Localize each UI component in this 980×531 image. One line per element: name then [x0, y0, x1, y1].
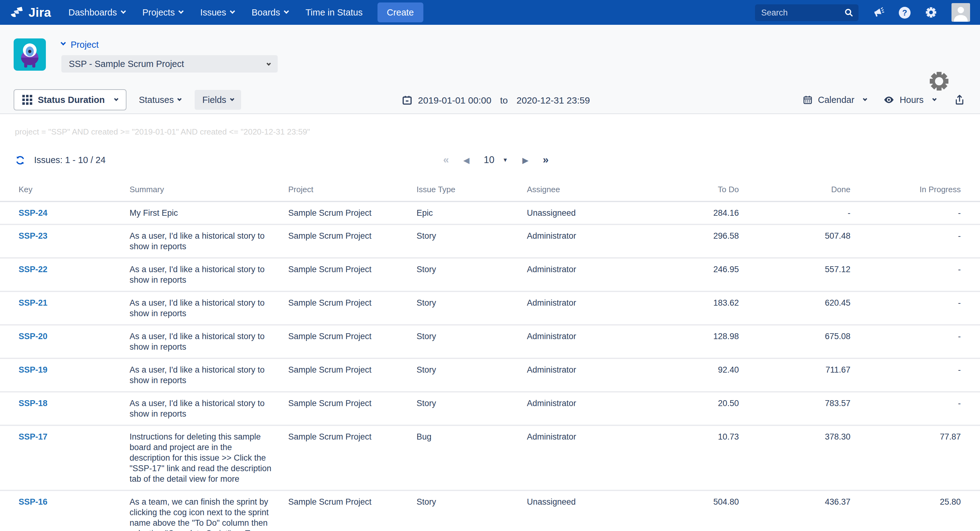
calendar-grid-icon — [803, 95, 813, 105]
nav-item-dashboards[interactable]: Dashboards — [68, 8, 125, 17]
col-header-todo: To Do — [651, 185, 739, 201]
issue-type: Story — [417, 359, 527, 391]
app-root: Jira Dashboards Projects Issues Boards T… — [0, 0, 980, 531]
issue-assignee: Administrator — [527, 426, 651, 490]
issue-assignee: Administrator — [527, 292, 651, 324]
calendar-dropdown[interactable]: Calendar — [803, 95, 867, 105]
issue-key-link[interactable]: SSP-23 — [19, 231, 48, 240]
search-icon[interactable] — [844, 8, 854, 17]
report-type-button[interactable]: Status Duration — [14, 89, 126, 110]
issue-done-value: 557.12 — [739, 259, 850, 291]
issue-key-link[interactable]: SSP-22 — [19, 265, 48, 274]
issue-assignee: Unassigneed — [527, 202, 651, 224]
fields-button[interactable]: Fields — [195, 90, 241, 110]
col-header-done: Done — [739, 185, 850, 201]
issue-done-value: 711.67 — [739, 359, 850, 391]
gadget-header: Project SSP - Sample Scrum Project — [0, 25, 980, 114]
issue-key-link[interactable]: SSP-17 — [19, 432, 48, 441]
issue-project: Sample Scrum Project — [288, 393, 417, 424]
issue-assignee: Administrator — [527, 326, 651, 358]
issue-inprogress-value: - — [850, 393, 961, 424]
issue-key-link[interactable]: SSP-21 — [19, 298, 48, 307]
project-picker-row: Project SSP - Sample Scrum Project — [0, 25, 980, 73]
issue-key-link[interactable]: SSP-19 — [19, 365, 48, 374]
last-page-button[interactable]: » — [542, 154, 549, 166]
issue-done-value: 783.57 — [739, 393, 850, 424]
issue-summary: As a user, I'd like a historical story t… — [130, 259, 288, 291]
issue-todo-value: 92.40 — [651, 359, 739, 391]
col-header-summary: Summary — [130, 185, 288, 201]
issue-inprogress-value: - — [850, 259, 961, 291]
issue-todo-value: 10.73 — [651, 426, 739, 490]
user-avatar[interactable] — [951, 3, 970, 22]
issue-type: Story — [417, 393, 527, 424]
issue-todo-value: 20.50 — [651, 393, 739, 424]
issue-assignee: Unassigneed — [527, 491, 651, 531]
issue-todo-value: 504.80 — [651, 491, 739, 531]
issue-type: Story — [417, 491, 527, 531]
statuses-button[interactable]: Statuses — [131, 90, 189, 110]
issue-type: Bug — [417, 426, 527, 490]
hours-dropdown[interactable]: Hours — [884, 94, 936, 105]
issue-type: Story — [417, 292, 527, 324]
search-box — [755, 4, 859, 21]
issue-done-value: - — [739, 202, 850, 224]
issue-inprogress-value: 25.80 — [850, 491, 961, 531]
project-label: Project — [71, 40, 99, 49]
issue-done-value: 378.30 — [739, 426, 850, 490]
report-toolbar: Status Duration Statuses Fields 2019-01-… — [0, 89, 980, 110]
col-header-assignee: Assignee — [527, 185, 651, 201]
issue-key-link[interactable]: SSP-20 — [19, 332, 48, 341]
create-button[interactable]: Create — [377, 3, 423, 22]
page-size-select[interactable]: 10 ▼ — [484, 154, 508, 165]
nav-item-boards[interactable]: Boards — [252, 8, 288, 17]
refresh-icon[interactable] — [15, 155, 25, 165]
issue-project: Sample Scrum Project — [288, 292, 417, 324]
issue-type: Story — [417, 225, 527, 257]
issue-todo-value: 246.95 — [651, 259, 739, 291]
col-header-in-progress: In Progress — [850, 185, 961, 201]
project-select[interactable]: SSP - Sample Scrum Project — [61, 55, 278, 73]
col-header-key: Key — [19, 185, 130, 201]
announcements-icon[interactable] — [873, 6, 885, 18]
date-range-picker[interactable]: 2019-01-01 00:00 to 2020-12-31 23:59 — [402, 95, 590, 105]
issue-todo-value: 183.62 — [651, 292, 739, 324]
issue-key-link[interactable]: SSP-16 — [19, 497, 48, 507]
export-icon[interactable] — [954, 94, 965, 105]
nav-item-issues[interactable]: Issues — [200, 8, 234, 17]
date-from[interactable]: 2019-01-01 00:00 — [418, 95, 492, 105]
table-row: SSP-21 As a user, I'd like a historical … — [0, 292, 980, 326]
search-input[interactable] — [755, 8, 859, 17]
issue-inprogress-value: - — [850, 225, 961, 257]
issue-todo-value: 296.58 — [651, 225, 739, 257]
chevron-down-icon — [932, 96, 937, 101]
project-section-toggle[interactable]: Project — [61, 40, 278, 49]
issue-project: Sample Scrum Project — [288, 202, 417, 224]
help-icon[interactable]: ? — [899, 6, 911, 18]
prev-page-button[interactable]: ◀ — [463, 155, 469, 165]
table-row: SSP-20 As a user, I'd like a historical … — [0, 326, 980, 359]
gear-icon[interactable] — [925, 6, 937, 19]
issue-assignee: Administrator — [527, 225, 651, 257]
jira-logo[interactable]: Jira — [9, 4, 51, 21]
top-navbar: Jira Dashboards Projects Issues Boards T… — [0, 0, 980, 25]
date-to[interactable]: 2020-12-31 23:59 — [516, 95, 590, 105]
table-row: SSP-19 As a user, I'd like a historical … — [0, 359, 980, 393]
chevron-down-icon — [267, 61, 271, 65]
nav-item-time-in-status[interactable]: Time in Status — [305, 8, 363, 17]
issue-key-link[interactable]: SSP-18 — [19, 399, 48, 408]
col-header-project: Project — [288, 185, 417, 201]
issue-key-link[interactable]: SSP-24 — [19, 208, 48, 218]
issues-bar: Issues: 1 - 10 / 24 « ◀ 10 ▼ ▶ » — [0, 151, 980, 169]
jql-query-text: project = "SSP" AND created >= "2019-01-… — [15, 127, 965, 137]
issue-summary: As a team, we can finish the sprint by c… — [130, 491, 288, 531]
issue-project: Sample Scrum Project — [288, 259, 417, 291]
issue-table-body: SSP-24 My First Epic Sample Scrum Projec… — [0, 202, 980, 531]
issue-assignee: Administrator — [527, 259, 651, 291]
table-row: SSP-18 As a user, I'd like a historical … — [0, 393, 980, 426]
nav-item-projects[interactable]: Projects — [142, 8, 183, 17]
nav-menu: Dashboards Projects Issues Boards Time i… — [68, 8, 363, 17]
issue-done-value: 675.08 — [739, 326, 850, 358]
next-page-button[interactable]: ▶ — [522, 155, 528, 165]
first-page-button[interactable]: « — [443, 154, 449, 166]
